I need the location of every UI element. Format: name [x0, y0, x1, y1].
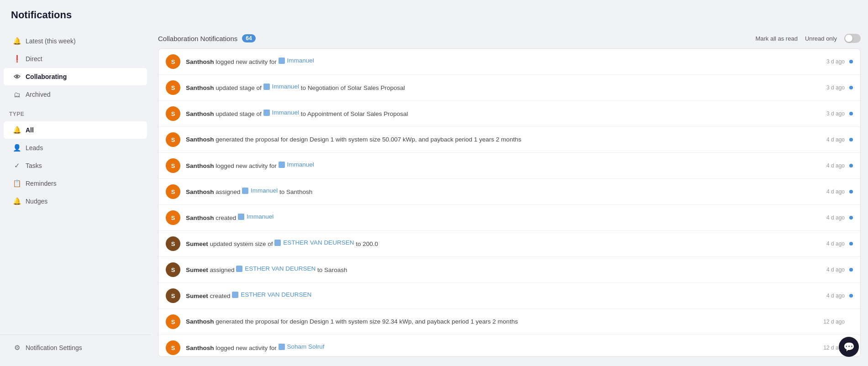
- notification-item[interactable]: S Santhosh updated stage of Immanuel to …: [158, 101, 860, 127]
- notification-time: 12 d ago: [823, 319, 845, 325]
- notification-content: Santhosh logged new activity for Immanue…: [186, 57, 819, 67]
- notifications-list: S Santhosh logged new activity for Imman…: [158, 48, 861, 357]
- notification-item[interactable]: S Sumeet created ESTHER VAN DEURSEN 4 d …: [158, 283, 860, 309]
- notification-content: Santhosh logged new activity for Immanue…: [186, 161, 819, 171]
- notification-item[interactable]: S Santhosh logged new activity for Imman…: [158, 49, 860, 75]
- avatar: S: [166, 210, 180, 225]
- notification-content: Sumeet assigned ESTHER VAN DEURSEN to Sa…: [186, 265, 819, 275]
- unread-dot: [849, 216, 853, 220]
- collaborating-icon: 👁: [13, 73, 21, 81]
- sidebar-item-latest[interactable]: 🔔 Latest (this week): [4, 32, 147, 50]
- page-title: Notifications: [0, 0, 868, 28]
- sidebar-item-reminders[interactable]: 📋 Reminders: [4, 175, 147, 192]
- unread-dot: [849, 294, 853, 298]
- main-header: Collaboration Notifications 64 Mark all …: [158, 28, 861, 48]
- notification-item[interactable]: S Santhosh logged new activity for Soham…: [158, 335, 860, 357]
- notification-time: 4 d ago: [826, 188, 845, 195]
- notification-item[interactable]: S Santhosh updated stage of Immanuel to …: [158, 75, 860, 101]
- sidebar-item-collaborating[interactable]: 👁 Collaborating: [4, 68, 147, 85]
- notification-content: Santhosh logged new activity for Soham S…: [186, 343, 816, 353]
- notification-time: 4 d ago: [826, 293, 845, 299]
- archived-icon: 🗂: [13, 90, 21, 99]
- unread-dot: [849, 60, 853, 63]
- notification-content: Santhosh created Immanuel: [186, 213, 819, 223]
- avatar: S: [166, 158, 180, 173]
- notification-time: 4 d ago: [826, 214, 845, 221]
- notification-time: 4 d ago: [826, 162, 845, 169]
- notification-content: Santhosh updated stage of Immanuel to Ap…: [186, 109, 819, 119]
- notification-content: Santhosh generated the proposal for desi…: [186, 318, 816, 326]
- sidebar-item-label: Collaborating: [26, 73, 67, 80]
- unread-dot: [849, 190, 853, 193]
- notification-content: Santhosh updated stage of Immanuel to Ne…: [186, 83, 819, 93]
- unread-dot: [849, 268, 853, 272]
- notification-content: Sumeet created ESTHER VAN DEURSEN: [186, 291, 819, 301]
- mark-all-read-button[interactable]: Mark all as read: [755, 35, 797, 42]
- sidebar-item-label: Leads: [26, 144, 43, 152]
- sidebar-item-label: Nudges: [26, 198, 47, 205]
- leads-icon: 👤: [13, 144, 21, 152]
- notification-settings-item[interactable]: ⚙ Notification Settings: [4, 339, 147, 356]
- sidebar-item-archived[interactable]: 🗂 Archived: [4, 86, 147, 103]
- unread-dot: [849, 242, 853, 246]
- avatar: S: [166, 54, 180, 69]
- notification-item[interactable]: S Sumeet assigned ESTHER VAN DEURSEN to …: [158, 257, 860, 283]
- avatar: S: [166, 80, 180, 95]
- unread-dot: [849, 164, 853, 167]
- notification-time: 4 d ago: [826, 267, 845, 273]
- sidebar-item-tasks[interactable]: ✓ Tasks: [4, 157, 147, 174]
- avatar: S: [166, 106, 180, 121]
- gear-icon: ⚙: [13, 344, 21, 352]
- avatar: S: [166, 340, 180, 355]
- sidebar-item-direct[interactable]: ❗ Direct: [4, 50, 147, 68]
- chat-icon: 💬: [843, 341, 855, 352]
- unread-only-label: Unread only: [805, 35, 837, 42]
- sidebar-item-label: Tasks: [26, 162, 42, 169]
- notification-content: Sumeet updated system size of ESTHER VAN…: [186, 239, 819, 249]
- avatar: S: [166, 314, 180, 329]
- notification-item[interactable]: S Santhosh generated the proposal for de…: [158, 309, 860, 335]
- sidebar-item-leads[interactable]: 👤 Leads: [4, 139, 147, 157]
- notification-item[interactable]: S Santhosh created Immanuel 4 d ago: [158, 205, 860, 231]
- sidebar-item-label: Direct: [26, 55, 42, 63]
- sidebar: 🔔 Latest (this week) ❗ Direct 👁 Collabor…: [0, 28, 151, 364]
- tasks-icon: ✓: [13, 162, 21, 170]
- sidebar-item-label: All: [26, 126, 34, 134]
- avatar: S: [166, 132, 180, 147]
- notification-item[interactable]: S Santhosh assigned Immanuel to Santhosh…: [158, 179, 860, 205]
- unread-dot: [849, 86, 853, 89]
- type-section-title: Type: [0, 104, 151, 121]
- sidebar-item-nudges[interactable]: 🔔 Nudges: [4, 193, 147, 210]
- sidebar-item-label: Reminders: [26, 180, 57, 187]
- sidebar-item-all[interactable]: 🔔 All: [4, 121, 147, 139]
- avatar: S: [166, 288, 180, 303]
- main-content: Collaboration Notifications 64 Mark all …: [151, 28, 868, 364]
- avatar: S: [166, 236, 180, 251]
- direct-icon: ❗: [13, 55, 21, 63]
- unread-dot: [849, 138, 853, 141]
- all-icon: 🔔: [13, 126, 21, 134]
- sidebar-item-label: Latest (this week): [26, 37, 76, 45]
- reminders-icon: 📋: [13, 179, 21, 188]
- avatar: S: [166, 262, 180, 277]
- notification-content: Santhosh generated the proposal for desi…: [186, 136, 819, 144]
- notification-time: 3 d ago: [826, 110, 845, 117]
- notification-time: 3 d ago: [826, 58, 845, 65]
- notification-item[interactable]: S Santhosh logged new activity for Imman…: [158, 153, 860, 179]
- notification-item[interactable]: S Sumeet updated system size of ESTHER V…: [158, 231, 860, 257]
- notifications-count-badge: 64: [242, 34, 255, 42]
- notification-time: 4 d ago: [826, 241, 845, 247]
- chat-widget[interactable]: 💬: [839, 337, 859, 357]
- notification-time: 4 d ago: [826, 136, 845, 143]
- sidebar-item-label: Archived: [26, 91, 50, 98]
- notification-time: 3 d ago: [826, 84, 845, 91]
- notification-settings-label: Notification Settings: [26, 344, 82, 351]
- unread-dot: [849, 112, 853, 115]
- unread-only-toggle[interactable]: [844, 34, 861, 43]
- main-header-title: Collaboration Notifications: [158, 35, 237, 42]
- notification-item[interactable]: S Santhosh generated the proposal for de…: [158, 127, 860, 153]
- avatar: S: [166, 184, 180, 199]
- latest-icon: 🔔: [13, 37, 21, 45]
- notification-content: Santhosh assigned Immanuel to Santhosh: [186, 187, 819, 197]
- nudges-icon: 🔔: [13, 197, 21, 205]
